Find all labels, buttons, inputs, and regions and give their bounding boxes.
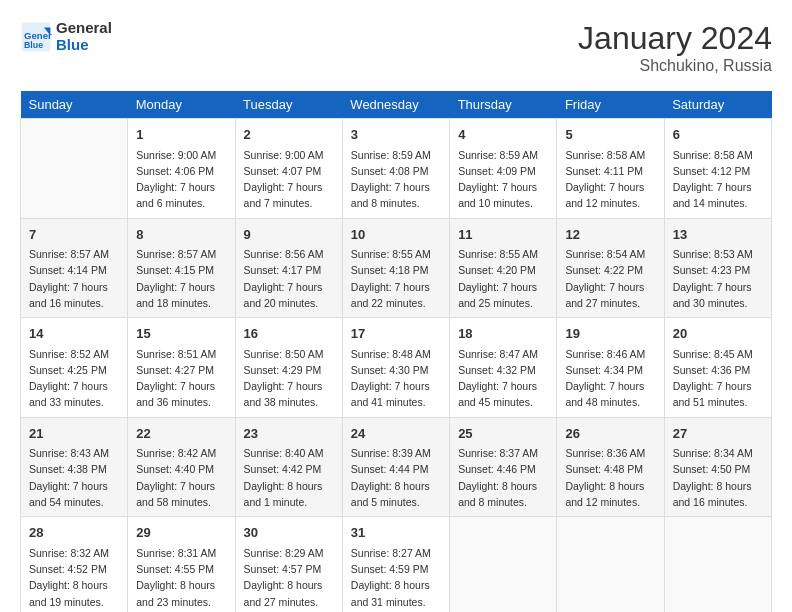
day-info: Sunrise: 8:59 AMSunset: 4:09 PMDaylight:… bbox=[458, 147, 548, 212]
day-number: 17 bbox=[351, 324, 441, 344]
day-cell: 21Sunrise: 8:43 AMSunset: 4:38 PMDayligh… bbox=[21, 417, 128, 517]
day-info: Sunrise: 8:43 AMSunset: 4:38 PMDaylight:… bbox=[29, 445, 119, 510]
weekday-header-monday: Monday bbox=[128, 91, 235, 119]
day-info: Sunrise: 8:54 AMSunset: 4:22 PMDaylight:… bbox=[565, 246, 655, 311]
day-info: Sunrise: 9:00 AMSunset: 4:07 PMDaylight:… bbox=[244, 147, 334, 212]
day-cell: 8Sunrise: 8:57 AMSunset: 4:15 PMDaylight… bbox=[128, 218, 235, 318]
logo: General Blue GeneralBlue bbox=[20, 20, 112, 53]
day-info: Sunrise: 8:34 AMSunset: 4:50 PMDaylight:… bbox=[673, 445, 763, 510]
day-cell: 12Sunrise: 8:54 AMSunset: 4:22 PMDayligh… bbox=[557, 218, 664, 318]
week-row-3: 14Sunrise: 8:52 AMSunset: 4:25 PMDayligh… bbox=[21, 318, 772, 418]
weekday-header-row: SundayMondayTuesdayWednesdayThursdayFrid… bbox=[21, 91, 772, 119]
day-cell: 28Sunrise: 8:32 AMSunset: 4:52 PMDayligh… bbox=[21, 517, 128, 612]
day-info: Sunrise: 9:00 AMSunset: 4:06 PMDaylight:… bbox=[136, 147, 226, 212]
calendar-table: SundayMondayTuesdayWednesdayThursdayFrid… bbox=[20, 91, 772, 612]
day-info: Sunrise: 8:42 AMSunset: 4:40 PMDaylight:… bbox=[136, 445, 226, 510]
day-info: Sunrise: 8:50 AMSunset: 4:29 PMDaylight:… bbox=[244, 346, 334, 411]
day-cell: 24Sunrise: 8:39 AMSunset: 4:44 PMDayligh… bbox=[342, 417, 449, 517]
day-cell: 7Sunrise: 8:57 AMSunset: 4:14 PMDaylight… bbox=[21, 218, 128, 318]
day-number: 3 bbox=[351, 125, 441, 145]
weekday-header-sunday: Sunday bbox=[21, 91, 128, 119]
day-number: 2 bbox=[244, 125, 334, 145]
day-number: 28 bbox=[29, 523, 119, 543]
day-number: 12 bbox=[565, 225, 655, 245]
location: Shchukino, Russia bbox=[578, 57, 772, 75]
day-info: Sunrise: 8:37 AMSunset: 4:46 PMDaylight:… bbox=[458, 445, 548, 510]
day-info: Sunrise: 8:52 AMSunset: 4:25 PMDaylight:… bbox=[29, 346, 119, 411]
day-cell: 27Sunrise: 8:34 AMSunset: 4:50 PMDayligh… bbox=[664, 417, 771, 517]
day-cell: 1Sunrise: 9:00 AMSunset: 4:06 PMDaylight… bbox=[128, 119, 235, 219]
day-cell: 25Sunrise: 8:37 AMSunset: 4:46 PMDayligh… bbox=[450, 417, 557, 517]
day-number: 26 bbox=[565, 424, 655, 444]
day-number: 22 bbox=[136, 424, 226, 444]
day-cell: 30Sunrise: 8:29 AMSunset: 4:57 PMDayligh… bbox=[235, 517, 342, 612]
day-info: Sunrise: 8:46 AMSunset: 4:34 PMDaylight:… bbox=[565, 346, 655, 411]
day-number: 1 bbox=[136, 125, 226, 145]
day-cell: 29Sunrise: 8:31 AMSunset: 4:55 PMDayligh… bbox=[128, 517, 235, 612]
week-row-5: 28Sunrise: 8:32 AMSunset: 4:52 PMDayligh… bbox=[21, 517, 772, 612]
day-info: Sunrise: 8:40 AMSunset: 4:42 PMDaylight:… bbox=[244, 445, 334, 510]
day-cell: 4Sunrise: 8:59 AMSunset: 4:09 PMDaylight… bbox=[450, 119, 557, 219]
day-cell: 3Sunrise: 8:59 AMSunset: 4:08 PMDaylight… bbox=[342, 119, 449, 219]
day-cell: 23Sunrise: 8:40 AMSunset: 4:42 PMDayligh… bbox=[235, 417, 342, 517]
day-info: Sunrise: 8:32 AMSunset: 4:52 PMDaylight:… bbox=[29, 545, 119, 610]
day-cell: 10Sunrise: 8:55 AMSunset: 4:18 PMDayligh… bbox=[342, 218, 449, 318]
day-info: Sunrise: 8:51 AMSunset: 4:27 PMDaylight:… bbox=[136, 346, 226, 411]
weekday-header-thursday: Thursday bbox=[450, 91, 557, 119]
month-title: January 2024 bbox=[578, 20, 772, 57]
weekday-header-saturday: Saturday bbox=[664, 91, 771, 119]
day-cell: 16Sunrise: 8:50 AMSunset: 4:29 PMDayligh… bbox=[235, 318, 342, 418]
day-number: 4 bbox=[458, 125, 548, 145]
day-info: Sunrise: 8:57 AMSunset: 4:15 PMDaylight:… bbox=[136, 246, 226, 311]
svg-text:Blue: Blue bbox=[24, 40, 43, 50]
day-cell bbox=[21, 119, 128, 219]
day-number: 21 bbox=[29, 424, 119, 444]
day-cell: 9Sunrise: 8:56 AMSunset: 4:17 PMDaylight… bbox=[235, 218, 342, 318]
day-cell: 20Sunrise: 8:45 AMSunset: 4:36 PMDayligh… bbox=[664, 318, 771, 418]
day-cell: 14Sunrise: 8:52 AMSunset: 4:25 PMDayligh… bbox=[21, 318, 128, 418]
day-cell: 18Sunrise: 8:47 AMSunset: 4:32 PMDayligh… bbox=[450, 318, 557, 418]
week-row-1: 1Sunrise: 9:00 AMSunset: 4:06 PMDaylight… bbox=[21, 119, 772, 219]
day-number: 31 bbox=[351, 523, 441, 543]
day-info: Sunrise: 8:57 AMSunset: 4:14 PMDaylight:… bbox=[29, 246, 119, 311]
day-number: 5 bbox=[565, 125, 655, 145]
week-row-2: 7Sunrise: 8:57 AMSunset: 4:14 PMDaylight… bbox=[21, 218, 772, 318]
day-cell: 19Sunrise: 8:46 AMSunset: 4:34 PMDayligh… bbox=[557, 318, 664, 418]
day-number: 8 bbox=[136, 225, 226, 245]
day-number: 30 bbox=[244, 523, 334, 543]
day-info: Sunrise: 8:45 AMSunset: 4:36 PMDaylight:… bbox=[673, 346, 763, 411]
day-cell bbox=[450, 517, 557, 612]
logo-text: GeneralBlue bbox=[56, 20, 112, 53]
day-info: Sunrise: 8:27 AMSunset: 4:59 PMDaylight:… bbox=[351, 545, 441, 610]
day-number: 24 bbox=[351, 424, 441, 444]
day-info: Sunrise: 8:55 AMSunset: 4:18 PMDaylight:… bbox=[351, 246, 441, 311]
day-info: Sunrise: 8:48 AMSunset: 4:30 PMDaylight:… bbox=[351, 346, 441, 411]
day-info: Sunrise: 8:59 AMSunset: 4:08 PMDaylight:… bbox=[351, 147, 441, 212]
weekday-header-wednesday: Wednesday bbox=[342, 91, 449, 119]
day-number: 10 bbox=[351, 225, 441, 245]
day-number: 13 bbox=[673, 225, 763, 245]
day-info: Sunrise: 8:56 AMSunset: 4:17 PMDaylight:… bbox=[244, 246, 334, 311]
title-block: January 2024 Shchukino, Russia bbox=[578, 20, 772, 75]
day-info: Sunrise: 8:58 AMSunset: 4:12 PMDaylight:… bbox=[673, 147, 763, 212]
day-number: 16 bbox=[244, 324, 334, 344]
day-info: Sunrise: 8:55 AMSunset: 4:20 PMDaylight:… bbox=[458, 246, 548, 311]
day-info: Sunrise: 8:53 AMSunset: 4:23 PMDaylight:… bbox=[673, 246, 763, 311]
week-row-4: 21Sunrise: 8:43 AMSunset: 4:38 PMDayligh… bbox=[21, 417, 772, 517]
day-cell: 2Sunrise: 9:00 AMSunset: 4:07 PMDaylight… bbox=[235, 119, 342, 219]
day-cell: 31Sunrise: 8:27 AMSunset: 4:59 PMDayligh… bbox=[342, 517, 449, 612]
day-info: Sunrise: 8:36 AMSunset: 4:48 PMDaylight:… bbox=[565, 445, 655, 510]
logo-icon: General Blue bbox=[20, 21, 52, 53]
day-cell: 15Sunrise: 8:51 AMSunset: 4:27 PMDayligh… bbox=[128, 318, 235, 418]
day-info: Sunrise: 8:29 AMSunset: 4:57 PMDaylight:… bbox=[244, 545, 334, 610]
day-cell bbox=[664, 517, 771, 612]
day-cell: 11Sunrise: 8:55 AMSunset: 4:20 PMDayligh… bbox=[450, 218, 557, 318]
day-cell: 22Sunrise: 8:42 AMSunset: 4:40 PMDayligh… bbox=[128, 417, 235, 517]
day-number: 7 bbox=[29, 225, 119, 245]
day-number: 25 bbox=[458, 424, 548, 444]
day-number: 9 bbox=[244, 225, 334, 245]
day-info: Sunrise: 8:39 AMSunset: 4:44 PMDaylight:… bbox=[351, 445, 441, 510]
day-number: 19 bbox=[565, 324, 655, 344]
day-cell: 5Sunrise: 8:58 AMSunset: 4:11 PMDaylight… bbox=[557, 119, 664, 219]
day-number: 14 bbox=[29, 324, 119, 344]
